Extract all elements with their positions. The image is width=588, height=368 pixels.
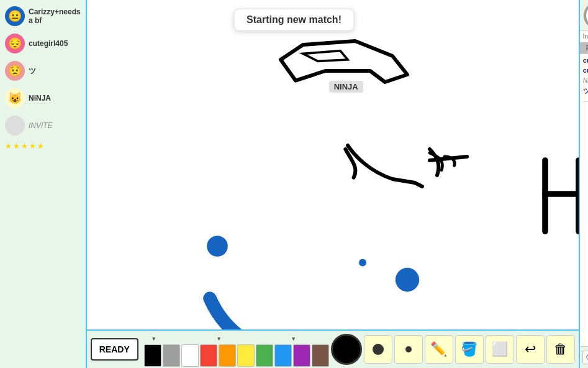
player-name: cutegirl405: [29, 39, 68, 48]
color-white[interactable]: [181, 344, 199, 367]
avatar: 😟: [5, 61, 25, 81]
color-blue[interactable]: [274, 344, 292, 367]
press-button-message: Press bottom left button: [580, 42, 588, 54]
color-purple[interactable]: [293, 344, 310, 367]
system-text: NiNJA connected: [583, 77, 588, 84]
right-panel: 89 ⋮ 🏠 Invitation: https://drawaria.onli…: [579, 0, 588, 368]
chat-message: cutegirl405: thats it: [583, 66, 588, 75]
match-notification: Starting new match!: [233, 9, 355, 31]
color-green[interactable]: [256, 344, 273, 367]
brush-size-medium[interactable]: [394, 335, 423, 364]
player-name: ツ: [29, 66, 36, 76]
bottom-toolbar: READY ▼ ▼ ▼: [87, 329, 579, 368]
palette-size-col: ▼ ▼ ▼: [144, 332, 329, 367]
brush-size-large[interactable]: [364, 335, 392, 364]
app-wrapper: Starting new match! 😐 Carizzy+needs a bf…: [0, 0, 588, 368]
drawing-area[interactable]: NINJA: [87, 0, 579, 329]
clear-button[interactable]: 🗑: [546, 335, 575, 364]
svg-point-2: [396, 268, 419, 292]
svg-point-3: [359, 259, 366, 266]
undo-button[interactable]: ↩: [516, 335, 545, 364]
ready-button[interactable]: READY: [91, 338, 138, 361]
svg-point-1: [207, 236, 228, 257]
player-item[interactable]: 😺 NiNJA: [0, 85, 86, 112]
chat-message: ツ: o: [583, 86, 588, 96]
chat-divider-line: ──────── o: [583, 97, 588, 106]
eraser-tool[interactable]: ⬜: [486, 335, 514, 364]
msg-sender: cutegirl405:: [583, 57, 588, 64]
avatar-placeholder: [5, 116, 25, 136]
msg-sender: ツ:: [583, 87, 588, 94]
canvas-svg: [87, 0, 579, 329]
chat-input[interactable]: [582, 351, 588, 364]
notification-text: Starting new match!: [247, 14, 341, 25]
stars-row: ★★★★★: [0, 139, 86, 153]
chat-messages: cutegirl405: there cutegirl405: thats it…: [580, 54, 588, 346]
color-red[interactable]: [200, 344, 217, 367]
avatar: 😺: [5, 88, 25, 108]
active-color-display[interactable]: [331, 334, 362, 365]
avatar: 😐: [5, 6, 25, 26]
size-arrow-large: ▼: [145, 332, 163, 343]
size-arrow-small: ▼: [284, 332, 303, 343]
sidebar: 😐 Carizzy+needs a bf 😔 cutegirl405 😟 ツ 😺…: [0, 0, 87, 368]
chat-message: cutegirl405: there: [583, 56, 588, 65]
pencil-tool[interactable]: ✏️: [425, 335, 453, 364]
chat-system-message: NiNJA connected: [583, 76, 588, 85]
fill-tool[interactable]: 🪣: [455, 335, 484, 364]
msg-sender: cutegirl405:: [583, 67, 588, 74]
invitation-bar: Invitation: https://drawaria.online/roo: [580, 31, 588, 42]
color-gray[interactable]: [163, 344, 180, 367]
center-col: NINJA READY ▼ ▼: [87, 0, 579, 368]
color-brown[interactable]: [312, 344, 329, 367]
timer: 89: [584, 2, 588, 29]
stars: ★★★★★: [5, 142, 45, 150]
player-item[interactable]: 😔 cutegirl405: [0, 30, 86, 57]
color-palette: [144, 344, 329, 367]
player-name: NiNJA: [29, 94, 51, 103]
right-top: 89 ⋮ 🏠: [580, 0, 588, 31]
content-row: 😐 Carizzy+needs a bf 😔 cutegirl405 😟 ツ 😺…: [0, 0, 588, 368]
size-arrow-medium: ▼: [210, 332, 228, 343]
color-black[interactable]: [144, 344, 161, 367]
player-item[interactable]: 😟 ツ: [0, 57, 86, 85]
player-name: Carizzy+needs a bf: [29, 7, 81, 25]
color-orange[interactable]: [219, 344, 236, 367]
chat-input-row: ★: [580, 346, 588, 368]
invite-item[interactable]: INVITE: [0, 112, 86, 139]
color-yellow[interactable]: [237, 344, 255, 367]
invite-label: INVITE: [29, 121, 53, 130]
player-item[interactable]: 😐 Carizzy+needs a bf: [0, 2, 86, 30]
avatar: 😔: [5, 34, 25, 53]
chat-panel: Invitation: https://drawaria.online/roo …: [580, 31, 588, 368]
